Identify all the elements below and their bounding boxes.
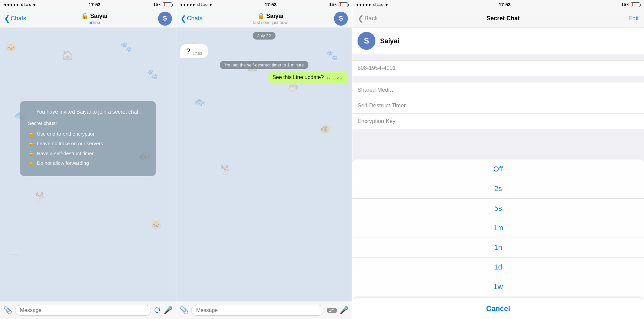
battery-percent-1: 15%	[153, 2, 161, 7]
invite-text: You have invited Saiyai to join a secret…	[28, 108, 148, 116]
input-bar-2: 📎 1m 🎤	[176, 301, 352, 319]
message-input-2[interactable]	[191, 305, 324, 316]
doodle2-4: 🐟	[194, 96, 205, 107]
doodle-9: 🐾	[121, 42, 132, 53]
settings-section-1: 508-1954-4001	[352, 60, 644, 76]
mic-button-2[interactable]: 🎤	[340, 306, 349, 315]
panel3-secret-chat-settings: ●●●●● dtac ▾ 17:53 15% ❮ Back Secret Cha…	[352, 0, 644, 319]
back-label-3[interactable]: Back	[364, 15, 378, 22]
secret-feature-3: 🔒 Have a self-destruct timer	[28, 149, 148, 158]
picker-1m[interactable]: 1m	[352, 218, 644, 238]
chevron-icon-2: ❮	[180, 14, 186, 23]
back-label-2[interactable]: Chats	[187, 15, 202, 22]
avatar-2[interactable]: S	[334, 12, 348, 26]
back-label-1[interactable]: Chats	[11, 15, 26, 22]
battery-fill-3	[632, 3, 633, 6]
doodle-6: 🐕	[35, 192, 47, 203]
contact-avatar: S	[358, 32, 375, 50]
chat-subtitle-1: online	[31, 20, 158, 25]
picker-items-list: Off 2s 5s 1m 1h 1d 1w	[352, 160, 644, 296]
lock-icon-2: 🔒	[28, 139, 34, 148]
settings-self-destruct: Self-Destruct Timer	[352, 98, 644, 114]
chat-title-2: 🔒 Saiyai	[207, 12, 334, 20]
nav-title-2: 🔒 Saiyai last seen just now	[207, 12, 334, 25]
battery-icon-1	[163, 2, 172, 7]
signal-dots-2: ●●●●● dtac	[180, 2, 208, 7]
battery-fill-1	[164, 3, 165, 6]
attach-button-2[interactable]: 📎	[180, 306, 189, 315]
secret-info-box: You have invited Saiyai to join a secret…	[20, 101, 156, 176]
picker-1d[interactable]: 1d	[352, 258, 644, 277]
chat-title-1: 🔒 Saiyai	[31, 12, 158, 20]
doodle-2: 🏠	[62, 50, 73, 61]
settings-encryption-key: Encryption Key	[352, 114, 644, 129]
picker-overlay: 508-1954-4001 Shared Media Self-Destruct…	[352, 54, 644, 319]
status-right-2: 15%	[329, 2, 348, 7]
panel3-title: Secret Chat	[384, 15, 622, 22]
picker-5s[interactable]: 5s	[352, 199, 644, 218]
timer-button-1[interactable]: ⏱	[154, 306, 161, 315]
doodle2-5: 🐠	[319, 124, 331, 135]
edit-button[interactable]: Edit	[622, 15, 639, 22]
panel2-secret-chat: ●●●●● dtac ▾ 17:53 15% ❮ Chats 🔒 Saiyai …	[176, 0, 352, 319]
lock-icon-4: 🔒	[28, 159, 34, 167]
panel1-secret-invite: ●●●●● dtac ▾ 17:53 15% ❮ Chats 🔒 Saiyai …	[0, 0, 176, 319]
contact-name: Saiyai	[380, 37, 399, 45]
status-bar-3: ●●●●● dtac ▾ 17:53 15%	[352, 0, 644, 9]
section-label: Secret chats:	[28, 119, 148, 128]
settings-phone: 508-1954-4001	[352, 60, 644, 76]
back-button-3[interactable]: ❮ Back	[358, 14, 384, 23]
picker-1w[interactable]: 1w	[352, 277, 644, 296]
doodle2-6: 🐕	[220, 164, 232, 175]
battery-fill-2	[340, 3, 341, 6]
secret-feature-1: 🔒 Use end-to-end encryption	[28, 130, 148, 138]
mic-button-1[interactable]: 🎤	[164, 306, 173, 315]
status-left-3: ●●●●● dtac ▾	[356, 2, 388, 7]
doodle-3: 🐾	[147, 69, 158, 80]
wifi-icon-3: ▾	[385, 2, 388, 7]
chat-background-1: 🐱 🏠 🐾 🐟 🐠 🐕 🐱 ☁️ 🐾 You have invited Saiy…	[0, 28, 176, 301]
msg-time-1: 17:53 ✓✓	[326, 76, 343, 80]
status-time-3: 17:53	[499, 2, 511, 7]
outgoing-msg-1: See this Line update? 17:53 ✓✓	[268, 72, 348, 83]
lock-icon-3: 🔒	[28, 149, 34, 158]
status-time-1: 17:53	[89, 2, 101, 7]
question-bubble: ? 17:53	[180, 44, 208, 58]
nav-bar-2: ❮ Chats 🔒 Saiyai last seen just now S	[176, 9, 352, 28]
status-left-1: ●●●●● dtac ▾	[4, 2, 36, 7]
status-left-2: ●●●●● dtac ▾	[180, 2, 212, 7]
nav-bar-1: ❮ Chats 🔒 Saiyai online S	[0, 9, 176, 28]
nav-title-1: 🔒 Saiyai online	[31, 12, 158, 25]
message-input-1[interactable]	[15, 305, 151, 316]
chat-subtitle-2: last seen just now	[207, 20, 334, 25]
back-button-2[interactable]: ❮ Chats	[180, 14, 207, 23]
picker-1h[interactable]: 1h	[352, 238, 644, 258]
cancel-button[interactable]: Cancel	[352, 296, 644, 319]
status-bar-2: ●●●●● dtac ▾ 17:53 15%	[176, 0, 352, 9]
chevron-icon-1: ❮	[4, 14, 10, 23]
timer-picker-modal: Off 2s 5s 1m 1h 1d 1w Cancel	[352, 160, 644, 319]
date-badge: July 22	[253, 32, 276, 40]
question-mark: ?	[186, 47, 190, 55]
secret-feature-4: 🔒 Do not allow forwarding	[28, 159, 148, 167]
wifi-icon-2: ▾	[209, 2, 212, 7]
picker-2s[interactable]: 2s	[352, 179, 644, 199]
messages-area-2: July 22 ? 17:53 You set the self-destruc…	[176, 28, 352, 86]
signal-dots-3: ●●●●● dtac	[356, 2, 384, 7]
chevron-icon-3: ❮	[358, 14, 363, 23]
status-right-1: 15%	[153, 2, 172, 7]
settings-shared-media: Shared Media	[352, 82, 644, 98]
nav-bar-3: ❮ Back Secret Chat Edit	[352, 9, 644, 28]
picker-off[interactable]: Off	[352, 160, 644, 179]
back-button-1[interactable]: ❮ Chats	[4, 14, 31, 23]
battery-icon-3	[631, 2, 640, 7]
attach-button-1[interactable]: 📎	[3, 306, 12, 315]
status-time-2: 17:53	[265, 2, 277, 7]
check-marks-1: ✓✓	[337, 76, 343, 80]
system-message: You set the self-destruct timer to 1 min…	[220, 61, 308, 69]
wifi-icon-1: ▾	[33, 2, 36, 7]
question-time: 17:53	[193, 52, 202, 55]
avatar-1[interactable]: S	[158, 12, 172, 26]
timer-badge: 1m	[327, 308, 337, 313]
input-bar-1: 📎 ⏱ 🎤	[0, 301, 176, 319]
